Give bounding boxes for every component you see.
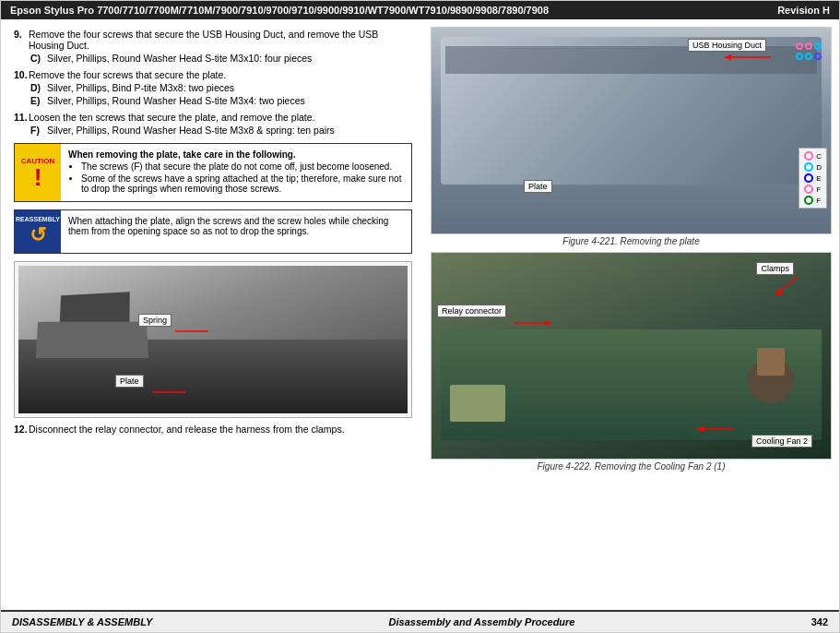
header-title: Epson Stylus Pro 7700/7710/7700M/7710M/7… <box>10 5 549 16</box>
caution-title: When removing the plate, take care in th… <box>68 149 296 160</box>
header-revision: Revision H <box>777 5 830 16</box>
legend-box: C D E F <box>799 148 827 209</box>
cooling-fan-label: Cooling Fan 2 <box>751 435 812 448</box>
reassembly-icon: REASSEMBLY ↺ <box>15 210 61 253</box>
page: Epson Stylus Pro 7700/7710/7700M/7710M/7… <box>0 0 840 633</box>
footer-page: 342 <box>811 616 828 627</box>
bottom-image: Clamps Relay connector <box>431 252 832 460</box>
caution-bullet-1: The screws (F) that secure the plate do … <box>81 161 404 172</box>
footer-center: Disassembly and Assembly Procedure <box>389 616 575 627</box>
caution-icon: CAUTION ! <box>15 144 61 201</box>
right-column: USB Housing Duct Plate <box>425 19 839 610</box>
step-11-sub: F) Silver, Phillips, Round Washer Head S… <box>30 125 412 136</box>
left-column: 9. Remove the four screws that secure th… <box>1 19 425 610</box>
inner-photo-box: Spring Plate <box>14 261 412 418</box>
reassembly-content: When attaching the plate, align the scre… <box>61 210 411 253</box>
spring-label: Spring <box>138 314 172 327</box>
step-9-text: Remove the four screws that secure the U… <box>29 29 412 51</box>
top-image: USB Housing Duct Plate <box>431 27 832 234</box>
legend-label-d: D <box>816 163 822 172</box>
step-11-num: 11. <box>14 112 29 123</box>
sub-c-text: Silver, Phillips, Round Washer Head S-ti… <box>47 53 312 64</box>
sub-d-text: Silver, Phillips, Bind P-tite M3x8: two … <box>47 82 234 93</box>
caution-content: When removing the plate, take care in th… <box>61 144 411 201</box>
caution-bullet-2: Some of the screws have a spring attache… <box>81 173 404 194</box>
legend-circle-d <box>804 162 813 172</box>
step-10-num: 10. <box>14 69 29 80</box>
bottom-image-container: Clamps Relay connector <box>431 252 832 472</box>
step-11: 11. Loosen the ten screws that secure th… <box>14 112 412 136</box>
step-11-text: Loosen the ten screws that secure the pl… <box>29 112 412 123</box>
sub-item-e: E) Silver, Phillips, Round Washer Head S… <box>30 95 412 106</box>
legend-circle-e <box>804 173 813 183</box>
step-10: 10. Remove the four screws that secure t… <box>14 69 412 106</box>
inner-plate-label: Plate <box>115 375 144 388</box>
svg-marker-9 <box>697 426 704 432</box>
step-10-sub: D) Silver, Phillips, Bind P-tite M3x8: t… <box>30 82 412 106</box>
legend-circle-c <box>804 151 813 161</box>
header: Epson Stylus Pro 7700/7710/7700M/7710M/7… <box>1 1 839 19</box>
inner-photo: Spring Plate <box>18 266 408 413</box>
step-9-num: 9. <box>14 29 29 51</box>
sub-f-text: Silver, Phillips, Round Washer Head S-ti… <box>47 125 335 136</box>
top-image-container: USB Housing Duct Plate <box>431 27 832 246</box>
reassembly-box: REASSEMBLY ↺ When attaching the plate, a… <box>14 209 412 254</box>
svg-marker-7 <box>545 320 551 326</box>
legend-circle-f2 <box>804 196 813 205</box>
svg-marker-3 <box>725 54 731 60</box>
legend-circle-f1 <box>804 185 813 194</box>
main-content: 9. Remove the four screws that secure th… <box>1 19 839 610</box>
legend-label-f2: F <box>816 197 821 205</box>
footer-left: DISASSEMBLY & ASSEMBLY <box>12 616 152 627</box>
step-12-num: 12. <box>14 424 29 435</box>
sub-item-c: C) Silver, Phillips, Round Washer Head S… <box>30 53 412 64</box>
caution-bullets: The screws (F) that secure the plate do … <box>81 161 404 194</box>
plate-label-top-img: Plate <box>524 180 552 193</box>
bottom-caption: Figure 4-222. Removing the Cooling Fan 2… <box>431 461 832 472</box>
step-10-text: Remove the four screws that secure the p… <box>29 69 412 80</box>
caution-exclaim: ! <box>34 165 42 189</box>
caution-box: CAUTION ! When removing the plate, take … <box>14 143 412 202</box>
sub-e-text: Silver, Phillips, Round Washer Head S-ti… <box>47 95 305 106</box>
legend-label-e: E <box>816 174 821 183</box>
top-caption: Figure 4-221. Removing the plate <box>431 236 832 246</box>
footer: DISASSEMBLY & ASSEMBLY Disassembly and A… <box>1 610 839 632</box>
reassembly-text-content: When attaching the plate, align the scre… <box>68 216 388 236</box>
reassembly-arrow: ↺ <box>30 223 46 247</box>
step-12: 12. Disconnect the relay connector, and … <box>14 424 412 435</box>
sub-item-f: F) Silver, Phillips, Round Washer Head S… <box>30 125 412 136</box>
relay-text: Relay connector <box>442 306 502 316</box>
reassembly-label: REASSEMBLY <box>16 216 60 223</box>
step-9-sub: C) Silver, Phillips, Round Washer Head S… <box>30 53 412 64</box>
step-9: 9. Remove the four screws that secure th… <box>14 29 412 64</box>
legend-label-f1: F <box>816 185 821 194</box>
cooling-text: Cooling Fan 2 <box>756 436 808 446</box>
step-12-text: Disconnect the relay connector, and rele… <box>29 424 412 435</box>
sub-item-d: D) Silver, Phillips, Bind P-tite M3x8: t… <box>30 82 412 93</box>
legend-label-c: C <box>816 152 822 161</box>
relay-label: Relay connector <box>437 305 506 317</box>
